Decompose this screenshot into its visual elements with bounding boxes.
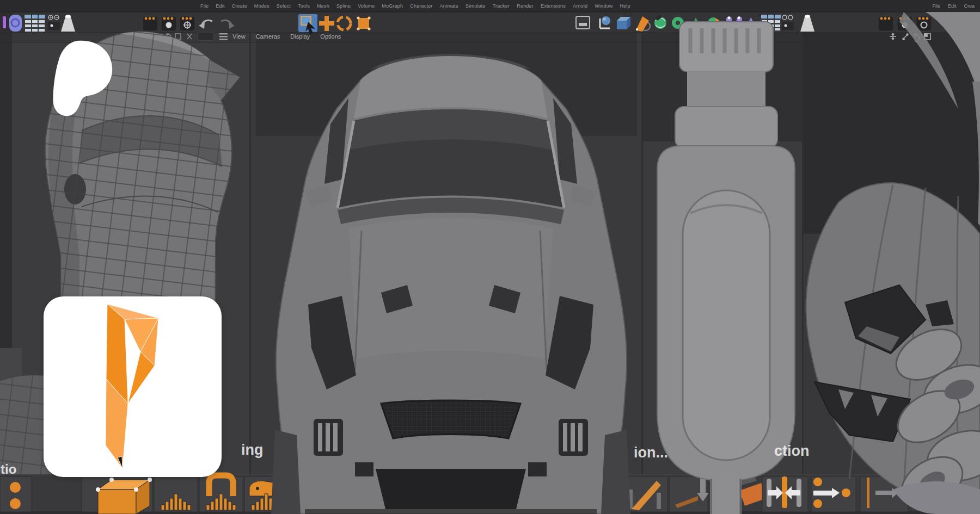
viewport-render-icon[interactable] — [576, 16, 590, 29]
pen-tool-icon[interactable] — [9, 15, 22, 32]
render-view-icon[interactable] — [143, 16, 158, 31]
menu-item-file-2[interactable]: File — [932, 3, 940, 9]
menu-item-render[interactable]: Render — [517, 3, 534, 9]
menu-bar: File Edit Create Modes Select Tools Mesh… — [200, 0, 630, 12]
menu-item-file[interactable]: File — [200, 3, 209, 9]
caption-fragment-middle: ion... — [634, 444, 668, 461]
spreadsheet-icon[interactable] — [24, 15, 45, 32]
render-picture-viewer-icon[interactable] — [161, 16, 176, 31]
menu-item-tools[interactable]: Tools — [298, 3, 310, 9]
point-mode-icon[interactable] — [0, 476, 32, 512]
viewport-menu-view[interactable]: View — [232, 33, 246, 40]
banner: File Edit Create Modes Select Tools Mesh… — [0, 0, 980, 514]
accent-bar-icon — [3, 16, 6, 28]
caption-fragment-right: ction — [774, 443, 810, 460]
viewport-menu-cameras[interactable]: Cameras — [256, 33, 280, 40]
menu-item-mograph[interactable]: MoGraph — [382, 3, 403, 9]
menu-item-create[interactable]: Create — [232, 3, 247, 9]
menu-item-character[interactable]: Character — [410, 3, 432, 9]
falloff-icon[interactable] — [154, 476, 198, 512]
render-view-icon-2[interactable] — [878, 16, 893, 31]
menu-item-arnold[interactable]: Arnold — [573, 3, 587, 9]
menu-item-volume[interactable]: Volume — [358, 3, 375, 9]
matrix-extrude-icon[interactable] — [670, 476, 709, 512]
camera-widget[interactable] — [198, 32, 214, 40]
magnet-falloff-icon[interactable] — [199, 475, 243, 512]
patreon-logo — [41, 38, 115, 118]
menu-bar-right: File Edit Crea — [932, 0, 975, 12]
menu-item-help[interactable]: Help — [620, 3, 630, 9]
menu-item-animate[interactable]: Animate — [440, 3, 458, 9]
scale-icon[interactable] — [357, 16, 370, 30]
menu-item-extensions[interactable]: Extensions — [541, 3, 566, 9]
menu-item-select[interactable]: Select — [277, 3, 291, 9]
menu-item-edit-2[interactable]: Edit — [948, 3, 957, 9]
menu-item-edit[interactable]: Edit — [216, 3, 224, 9]
menu-item-simulate[interactable]: Simulate — [465, 3, 486, 9]
caption-fragment-bottom-left: tio — [1, 462, 16, 477]
viewport-menu-display[interactable]: Display — [290, 33, 310, 40]
render-settings-icon[interactable] — [180, 16, 195, 31]
caption-fragment-left: ing — [241, 442, 264, 459]
menu-item-window[interactable]: Window — [595, 3, 612, 9]
weld-icon[interactable] — [762, 476, 808, 512]
menu-item-create-2[interactable]: Crea — [964, 3, 975, 9]
viewport-menu-options[interactable]: Options — [320, 33, 341, 40]
edge-slide-icon[interactable] — [811, 476, 856, 512]
menu-item-tracker[interactable]: Tracker — [493, 3, 510, 9]
creator-logo-card — [44, 296, 222, 477]
menu-item-mesh[interactable]: Mesh — [317, 3, 329, 9]
menu-item-modes[interactable]: Modes — [254, 3, 270, 9]
hamburger-icon[interactable] — [219, 33, 228, 40]
knife-icon[interactable] — [626, 476, 667, 512]
menu-item-spline[interactable]: Spline — [336, 3, 351, 9]
viewport-menu: View Cameras Display Options — [232, 31, 341, 42]
polygon-p-logo — [106, 303, 160, 470]
cube-primitive-icon[interactable] — [617, 17, 630, 29]
polygon-cube-icon[interactable] — [82, 476, 152, 514]
